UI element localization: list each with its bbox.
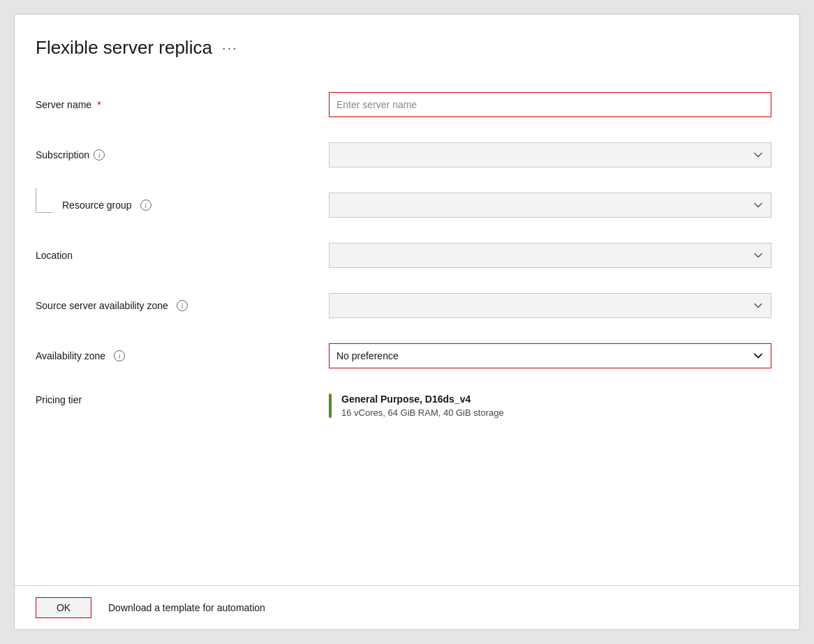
server-name-required-star: * — [97, 99, 101, 110]
availability-zone-select[interactable]: No preference — [329, 343, 771, 368]
availability-zone-label: Availability zone — [36, 350, 105, 361]
subscription-label: Subscription — [36, 149, 89, 160]
pricing-tier-value-col: General Purpose, D16ds_v4 16 vCores, 64 … — [329, 394, 771, 418]
availability-zone-row: Availability zone i No preference — [36, 331, 771, 381]
source-availability-zone-label-col: Source server availability zone i — [36, 300, 329, 311]
indent-line — [36, 188, 52, 213]
resource-group-row: Resource group i — [36, 180, 771, 230]
source-availability-zone-row: Source server availability zone i — [36, 280, 771, 331]
server-name-input[interactable] — [329, 92, 771, 117]
dialog-title: Flexible server replica ··· — [36, 37, 771, 59]
pricing-tier-label: Pricing tier — [36, 391, 82, 405]
dialog-body: Flexible server replica ··· Server name … — [15, 15, 799, 585]
availability-zone-label-col: Availability zone i — [36, 350, 329, 361]
subscription-info-icon[interactable]: i — [94, 149, 105, 160]
resource-group-label-col: Resource group i — [36, 197, 329, 213]
resource-group-label: Resource group — [62, 200, 132, 211]
subscription-chevron-icon — [753, 149, 764, 160]
flexible-server-replica-dialog: Flexible server replica ··· Server name … — [14, 14, 800, 630]
form-section: Server name * Subscription i — [36, 80, 771, 430]
download-template-link[interactable]: Download a template for automation — [108, 602, 265, 613]
subscription-control-col — [329, 142, 771, 167]
pricing-tier-text: General Purpose, D16ds_v4 16 vCores, 64 … — [341, 394, 504, 418]
availability-zone-value: No preference — [336, 350, 399, 361]
location-control-col — [329, 243, 771, 268]
resource-group-chevron-icon — [753, 200, 764, 211]
pricing-tier-sub: 16 vCores, 64 GiB RAM, 40 GiB storage — [341, 407, 504, 418]
server-name-label: Server name — [36, 99, 91, 110]
location-label-col: Location — [36, 250, 329, 261]
subscription-label-col: Subscription i — [36, 149, 329, 160]
dialog-footer: OK Download a template for automation — [15, 585, 799, 629]
pricing-tier-label-col: Pricing tier — [36, 394, 329, 406]
server-name-input-col — [329, 92, 771, 117]
server-name-row: Server name * — [36, 80, 771, 130]
location-row: Location — [36, 230, 771, 280]
source-availability-zone-chevron-icon — [753, 300, 764, 311]
availability-zone-control-col: No preference — [329, 343, 771, 368]
availability-zone-info-icon[interactable]: i — [114, 350, 125, 361]
resource-group-control-col — [329, 193, 771, 218]
availability-zone-chevron-icon — [753, 350, 764, 361]
location-label: Location — [36, 250, 73, 261]
source-availability-zone-info-icon[interactable]: i — [177, 300, 188, 311]
pricing-tier-bar — [329, 394, 332, 418]
dialog-title-ellipsis: ··· — [222, 40, 238, 56]
source-availability-zone-select[interactable] — [329, 293, 771, 318]
source-availability-zone-label: Source server availability zone — [36, 300, 168, 311]
ok-button[interactable]: OK — [36, 597, 91, 618]
location-select[interactable] — [329, 243, 771, 268]
pricing-tier-row: Pricing tier General Purpose, D16ds_v4 1… — [36, 381, 771, 430]
source-availability-zone-control-col — [329, 293, 771, 318]
location-chevron-icon — [753, 250, 764, 261]
server-name-label-col: Server name * — [36, 99, 329, 110]
resource-group-select[interactable] — [329, 193, 771, 218]
pricing-tier-main: General Purpose, D16ds_v4 — [341, 394, 504, 405]
subscription-row: Subscription i — [36, 130, 771, 180]
dialog-title-text: Flexible server replica — [36, 37, 212, 59]
resource-group-info-icon[interactable]: i — [140, 200, 151, 211]
subscription-select[interactable] — [329, 142, 771, 167]
